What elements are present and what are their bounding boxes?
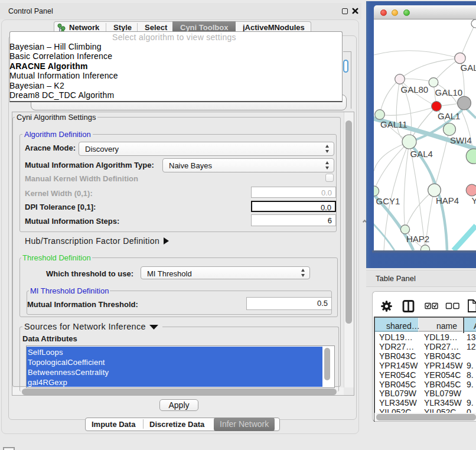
svg-text:GAL10: GAL10 [435,87,463,97]
svg-text:GAL1: GAL1 [438,111,460,121]
svg-text:GAL7: GAL7 [461,63,476,73]
svg-text:HAP2: HAP2 [406,234,429,244]
svg-text:GAL11: GAL11 [380,119,407,129]
svg-text:HAP4: HAP4 [436,195,459,206]
svg-text:GAL80: GAL80 [401,84,429,94]
svg-text:Y: Y [472,195,476,206]
svg-text:GCY1: GCY1 [376,196,400,206]
svg-text:SWI4: SWI4 [450,135,472,145]
svg-text:GAL4: GAL4 [410,149,433,159]
